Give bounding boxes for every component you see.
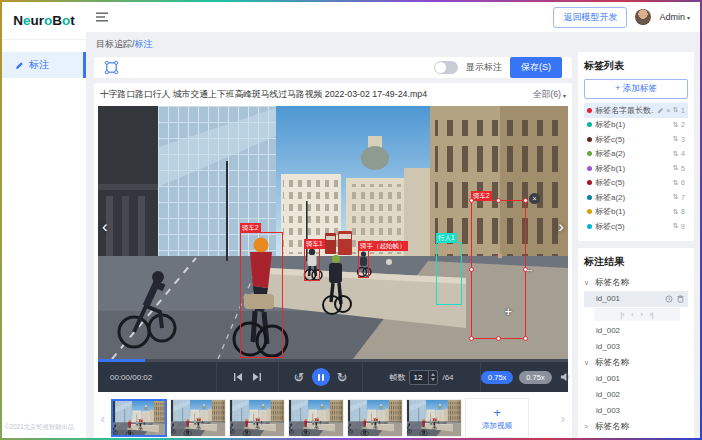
copyright-text: ©2021北京矩视智能出品: [2, 417, 86, 438]
next-video-arrow[interactable]: ›: [558, 218, 564, 235]
video-thumbnail-4[interactable]: [288, 399, 344, 437]
sidebar-item-annotation[interactable]: 标注: [2, 52, 86, 78]
add-video-button[interactable]: + 添加视频: [465, 398, 529, 438]
breadcrumb-current: 标注: [135, 39, 153, 49]
plus-icon: +: [493, 406, 501, 419]
label-item[interactable]: 标签名字最长数... × ⇅ 1: [584, 103, 688, 118]
speed-pill-secondary[interactable]: 0.75x: [519, 371, 551, 384]
result-item[interactable]: id_003: [584, 403, 688, 419]
result-group-header[interactable]: ∨ 标签名称: [584, 355, 688, 371]
user-menu[interactable]: Admin ▾: [659, 12, 690, 22]
save-button[interactable]: 保存(S): [510, 57, 562, 78]
resize-handle[interactable]: [523, 198, 528, 203]
label-color-dot: [587, 224, 592, 229]
frame-stepper-buttons[interactable]: [428, 371, 437, 384]
window-frame: N e ur o B o t 标注 ©2021北京矩视智能出品 返回模型开发: [0, 0, 702, 440]
result-item-id: id_001: [596, 374, 620, 383]
video-thumbnail-2[interactable]: [170, 399, 226, 437]
bounding-box-cyclist-1[interactable]: 骑车2: [240, 232, 283, 358]
caret-down-icon: ▾: [563, 92, 566, 99]
video-thumbnail-3[interactable]: [229, 399, 285, 437]
edit-label-icon[interactable]: [657, 107, 664, 114]
bounding-box-pedestrian[interactable]: 行人1: [436, 242, 462, 305]
show-annotation-toggle[interactable]: [434, 61, 458, 74]
resize-handle[interactable]: [523, 336, 528, 341]
result-item[interactable]: id_001: [584, 371, 688, 387]
result-group-header-collapsed[interactable]: > 标签名称: [584, 419, 688, 435]
prev-video-arrow[interactable]: ‹: [102, 218, 108, 235]
bounding-box-rider-keyframe[interactable]: 骑手（起始帧）: [358, 250, 369, 278]
sort-label-icon[interactable]: ⇅: [673, 179, 679, 187]
pager-next-button[interactable]: ›: [641, 311, 643, 318]
label-item[interactable]: 标签b(1) ⇅2: [584, 118, 688, 133]
forward-10-button[interactable]: ↻10: [337, 371, 348, 384]
bounding-box-label: 行人1: [436, 233, 457, 243]
tree-collapsed-icon: >: [584, 423, 591, 430]
sort-label-icon[interactable]: ⇅: [673, 193, 679, 201]
result-item-selected[interactable]: id_001: [584, 291, 688, 307]
video-thumbnail-1[interactable]: [111, 399, 167, 437]
trash-icon[interactable]: [677, 295, 684, 303]
label-item[interactable]: 标签b(1) ⇅8: [584, 205, 688, 220]
delete-label-icon[interactable]: ×: [666, 107, 670, 114]
time-display: 00:00/00:02: [110, 373, 152, 382]
resize-handle[interactable]: [496, 336, 501, 341]
label-color-dot: [587, 122, 592, 127]
result-item[interactable]: id_002: [584, 387, 688, 403]
pager-last-button[interactable]: ›|: [650, 311, 654, 318]
next-frame-button[interactable]: [252, 372, 262, 382]
label-item[interactable]: 标签b(1) ⇅5: [584, 161, 688, 176]
locate-icon[interactable]: [665, 295, 673, 303]
prev-frame-button[interactable]: [233, 372, 243, 382]
sort-label-icon[interactable]: ⇅: [673, 208, 679, 216]
pause-button[interactable]: [312, 368, 330, 386]
resize-handle[interactable]: [469, 198, 474, 203]
user-avatar[interactable]: [635, 9, 651, 25]
label-item[interactable]: 标签c(5) ⇅3: [584, 132, 688, 147]
pager-first-button[interactable]: |‹: [620, 311, 624, 318]
label-item[interactable]: 标签a(2) ⇅7: [584, 190, 688, 205]
video-thumbnail-5[interactable]: [347, 399, 403, 437]
frame-number-stepper[interactable]: 12: [409, 370, 438, 385]
sort-label-icon[interactable]: ⇅: [673, 150, 679, 158]
sort-label-icon[interactable]: ⇅: [673, 121, 679, 129]
add-video-label: 添加视频: [482, 421, 512, 431]
breadcrumb-parent[interactable]: 目标追踪: [96, 39, 132, 49]
video-stage[interactable]: ‹ › 骑车2 骑车1 骑手（起始帧） 行人1: [98, 106, 568, 359]
sort-label-icon[interactable]: ⇅: [673, 106, 679, 114]
label-filter-dropdown[interactable]: 全部(6) ▾: [533, 89, 566, 101]
step-down-icon[interactable]: [431, 378, 435, 381]
rewind-10-button[interactable]: ↺10: [294, 371, 305, 384]
bounding-box-cyclist-2[interactable]: 骑车1: [304, 248, 320, 281]
sort-label-icon[interactable]: ⇅: [673, 135, 679, 143]
resize-handle[interactable]: [469, 267, 474, 272]
video-thumbnail-6[interactable]: [406, 399, 462, 437]
back-to-model-dev-button[interactable]: 返回模型开发: [553, 7, 627, 28]
sort-label-icon[interactable]: ⇅: [673, 164, 679, 172]
bbox-tool-icon[interactable]: [104, 60, 119, 75]
label-order: 9: [681, 223, 685, 230]
result-item[interactable]: id_003: [584, 339, 688, 355]
thumbnails-scroll-left[interactable]: ‹: [98, 411, 108, 426]
result-item[interactable]: id_002: [584, 323, 688, 339]
label-item[interactable]: 标签c(5) ⇅9: [584, 219, 688, 234]
add-label-button[interactable]: + 添加标签: [584, 79, 688, 99]
sort-label-icon[interactable]: ⇅: [673, 222, 679, 230]
label-item[interactable]: 标签c(5) ⇅6: [584, 176, 688, 191]
label-name: 标签b(1): [595, 163, 670, 174]
pager-prev-button[interactable]: ‹: [631, 311, 633, 318]
thumbnails-scroll-right[interactable]: ›: [558, 411, 568, 426]
label-item[interactable]: 标签a(2) ⇅4: [584, 147, 688, 162]
delete-box-button[interactable]: ×: [529, 193, 540, 204]
speed-pill-active[interactable]: 0.75x: [481, 371, 513, 384]
collapse-menu-icon[interactable]: [96, 12, 108, 22]
bounding-box-label: 骑车2: [240, 223, 261, 233]
frame-number-input[interactable]: 12: [410, 371, 428, 384]
bounding-box-selected[interactable]: 骑车2 × ↔ +: [471, 200, 526, 339]
resize-handle[interactable]: [496, 198, 501, 203]
result-group-header[interactable]: ∨ 标签名称: [584, 275, 688, 291]
result-group-name: 标签名称: [595, 277, 629, 289]
resize-handle[interactable]: [469, 336, 474, 341]
step-up-icon[interactable]: [431, 373, 435, 376]
volume-icon[interactable]: [560, 368, 571, 386]
